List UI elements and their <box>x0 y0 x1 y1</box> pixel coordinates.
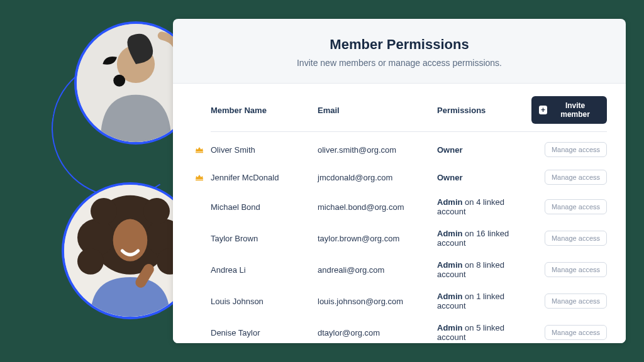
table-row: Oliver Smitholiver.smith@org.comOwnerMan… <box>211 136 607 163</box>
column-header-name: Member Name <box>211 106 318 115</box>
manage-access-button[interactable]: Manage access <box>545 142 607 157</box>
member-name: Denise Taylor <box>211 328 318 337</box>
table-row: Taylor Browntaylor.brown@org.comAdmin on… <box>211 222 607 254</box>
member-permission: Owner <box>437 173 531 182</box>
svg-point-8 <box>143 198 170 224</box>
members-card: Member Name Email Permissions + Invite m… <box>173 83 626 343</box>
member-permission: Owner <box>437 145 531 155</box>
table-row: Louis Johnsonlouis.johnson@org.comAdmin … <box>211 285 607 317</box>
table-row: Michael Bondmichael.bond@org.comAdmin on… <box>211 191 607 222</box>
member-name: Louis Johnson <box>211 297 318 306</box>
crown-icon <box>194 172 204 182</box>
members-list: Oliver Smitholiver.smith@org.comOwnerMan… <box>211 132 607 343</box>
member-role: Owner <box>437 173 462 182</box>
invite-member-button[interactable]: + Invite member <box>531 96 607 124</box>
member-email: oliver.smith@org.com <box>318 145 437 155</box>
table-row: Denise Taylordtaylor@org.comAdmin on 5 l… <box>211 317 607 343</box>
manage-access-button[interactable]: Manage access <box>545 199 607 214</box>
member-role: Admin <box>437 260 462 270</box>
member-email: taylor.brown@org.com <box>318 234 437 243</box>
manage-access-button[interactable]: Manage access <box>545 293 607 309</box>
member-role: Admin <box>437 323 462 332</box>
manage-access-button[interactable]: Manage access <box>545 262 607 277</box>
column-header-email: Email <box>318 106 437 115</box>
member-email: jmcdonald@org.com <box>318 173 437 182</box>
table-row: Andrea Liandreali@org.comAdmin on 8 link… <box>211 254 607 285</box>
member-permission: Admin on 8 linked account <box>437 260 531 279</box>
member-permission: Admin on 5 linked account <box>437 323 531 342</box>
member-email: dtaylor@org.com <box>318 328 437 337</box>
member-email: louis.johnson@org.com <box>318 297 437 306</box>
member-name: Oliver Smith <box>211 145 318 155</box>
member-permission: Admin on 1 linked account <box>437 292 531 310</box>
member-name: Taylor Brown <box>211 234 318 243</box>
member-email: andreali@org.com <box>318 265 437 275</box>
member-role: Admin <box>437 292 462 301</box>
manage-access-button[interactable]: Manage access <box>545 231 607 246</box>
member-name: Jennifer McDonald <box>211 173 318 182</box>
invite-member-label: Invite member <box>551 101 599 119</box>
manage-access-button[interactable]: Manage access <box>545 325 607 340</box>
page-subtitle: Invite new members or manage access perm… <box>186 58 613 68</box>
svg-point-9 <box>77 248 104 275</box>
table-row: Jennifer McDonaldjmcdonald@org.comOwnerM… <box>211 163 607 191</box>
crown-icon <box>194 145 204 155</box>
permissions-panel: Member Permissions Invite new members or… <box>173 19 626 343</box>
member-permission: Admin on 16 linked account <box>437 229 531 248</box>
member-role: Owner <box>437 145 462 155</box>
page-title: Member Permissions <box>186 36 613 53</box>
member-role: Admin <box>437 197 462 207</box>
column-header-permissions: Permissions <box>437 106 531 115</box>
member-permission: Admin on 4 linked account <box>437 197 531 216</box>
member-name: Andrea Li <box>211 265 318 275</box>
member-role: Admin <box>437 229 462 238</box>
member-email: michael.bond@org.com <box>318 202 437 212</box>
table-header: Member Name Email Permissions + Invite m… <box>211 84 607 132</box>
member-name: Michael Bond <box>211 202 318 212</box>
manage-access-button[interactable]: Manage access <box>545 170 607 185</box>
svg-point-7 <box>91 198 117 224</box>
svg-point-2 <box>113 75 125 87</box>
plus-icon: + <box>539 106 547 114</box>
